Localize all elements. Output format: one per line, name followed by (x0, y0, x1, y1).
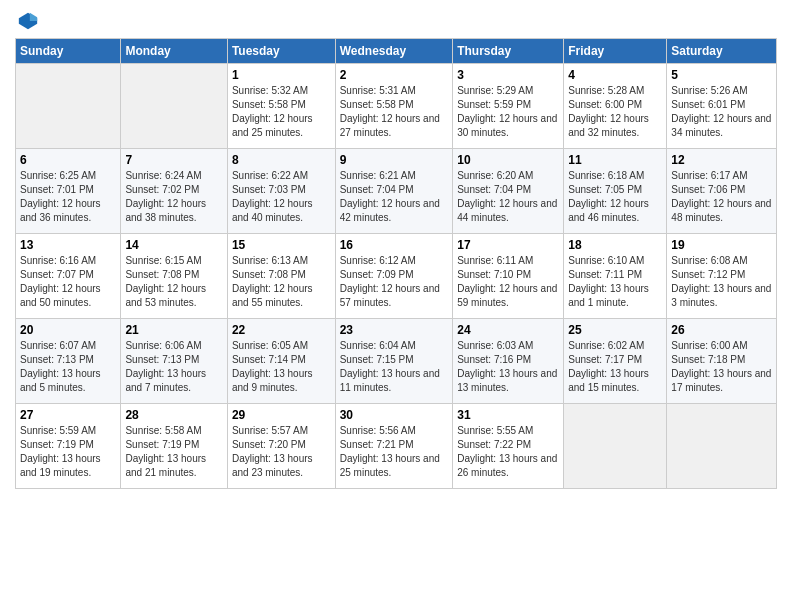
day-number: 25 (568, 323, 662, 337)
logo-icon (17, 10, 39, 32)
day-info: Sunrise: 6:07 AMSunset: 7:13 PMDaylight:… (20, 339, 116, 395)
day-info: Sunrise: 6:03 AMSunset: 7:16 PMDaylight:… (457, 339, 559, 395)
day-number: 2 (340, 68, 449, 82)
calendar-cell: 3Sunrise: 5:29 AMSunset: 5:59 PMDaylight… (453, 64, 564, 149)
day-info: Sunrise: 5:26 AMSunset: 6:01 PMDaylight:… (671, 84, 772, 140)
day-info: Sunrise: 6:16 AMSunset: 7:07 PMDaylight:… (20, 254, 116, 310)
day-number: 13 (20, 238, 116, 252)
calendar-cell: 28Sunrise: 5:58 AMSunset: 7:19 PMDayligh… (121, 404, 227, 489)
day-header-wednesday: Wednesday (335, 39, 453, 64)
calendar-cell: 30Sunrise: 5:56 AMSunset: 7:21 PMDayligh… (335, 404, 453, 489)
calendar-cell: 15Sunrise: 6:13 AMSunset: 7:08 PMDayligh… (227, 234, 335, 319)
day-info: Sunrise: 5:55 AMSunset: 7:22 PMDaylight:… (457, 424, 559, 480)
day-info: Sunrise: 6:05 AMSunset: 7:14 PMDaylight:… (232, 339, 331, 395)
day-header-friday: Friday (564, 39, 667, 64)
page-header (15, 10, 777, 32)
day-number: 5 (671, 68, 772, 82)
day-number: 26 (671, 323, 772, 337)
calendar-cell: 5Sunrise: 5:26 AMSunset: 6:01 PMDaylight… (667, 64, 777, 149)
calendar-cell (16, 64, 121, 149)
day-number: 28 (125, 408, 222, 422)
day-info: Sunrise: 5:32 AMSunset: 5:58 PMDaylight:… (232, 84, 331, 140)
day-info: Sunrise: 5:28 AMSunset: 6:00 PMDaylight:… (568, 84, 662, 140)
week-row-2: 6Sunrise: 6:25 AMSunset: 7:01 PMDaylight… (16, 149, 777, 234)
week-row-3: 13Sunrise: 6:16 AMSunset: 7:07 PMDayligh… (16, 234, 777, 319)
day-number: 6 (20, 153, 116, 167)
calendar-cell: 11Sunrise: 6:18 AMSunset: 7:05 PMDayligh… (564, 149, 667, 234)
day-number: 18 (568, 238, 662, 252)
day-info: Sunrise: 6:10 AMSunset: 7:11 PMDaylight:… (568, 254, 662, 310)
day-info: Sunrise: 5:57 AMSunset: 7:20 PMDaylight:… (232, 424, 331, 480)
day-number: 7 (125, 153, 222, 167)
calendar-table: SundayMondayTuesdayWednesdayThursdayFrid… (15, 38, 777, 489)
day-number: 1 (232, 68, 331, 82)
calendar-cell: 9Sunrise: 6:21 AMSunset: 7:04 PMDaylight… (335, 149, 453, 234)
calendar-cell: 6Sunrise: 6:25 AMSunset: 7:01 PMDaylight… (16, 149, 121, 234)
day-number: 29 (232, 408, 331, 422)
calendar-cell: 17Sunrise: 6:11 AMSunset: 7:10 PMDayligh… (453, 234, 564, 319)
day-info: Sunrise: 6:24 AMSunset: 7:02 PMDaylight:… (125, 169, 222, 225)
logo (15, 10, 39, 32)
calendar-cell (564, 404, 667, 489)
day-number: 14 (125, 238, 222, 252)
day-number: 24 (457, 323, 559, 337)
calendar-cell: 7Sunrise: 6:24 AMSunset: 7:02 PMDaylight… (121, 149, 227, 234)
calendar-cell: 22Sunrise: 6:05 AMSunset: 7:14 PMDayligh… (227, 319, 335, 404)
calendar-cell: 26Sunrise: 6:00 AMSunset: 7:18 PMDayligh… (667, 319, 777, 404)
calendar-cell: 12Sunrise: 6:17 AMSunset: 7:06 PMDayligh… (667, 149, 777, 234)
calendar-cell: 16Sunrise: 6:12 AMSunset: 7:09 PMDayligh… (335, 234, 453, 319)
day-info: Sunrise: 6:22 AMSunset: 7:03 PMDaylight:… (232, 169, 331, 225)
calendar-cell: 14Sunrise: 6:15 AMSunset: 7:08 PMDayligh… (121, 234, 227, 319)
day-info: Sunrise: 5:58 AMSunset: 7:19 PMDaylight:… (125, 424, 222, 480)
day-info: Sunrise: 6:00 AMSunset: 7:18 PMDaylight:… (671, 339, 772, 395)
svg-marker-1 (30, 13, 37, 21)
calendar-cell: 24Sunrise: 6:03 AMSunset: 7:16 PMDayligh… (453, 319, 564, 404)
day-info: Sunrise: 6:11 AMSunset: 7:10 PMDaylight:… (457, 254, 559, 310)
calendar-cell (667, 404, 777, 489)
day-info: Sunrise: 6:06 AMSunset: 7:13 PMDaylight:… (125, 339, 222, 395)
day-number: 21 (125, 323, 222, 337)
day-number: 9 (340, 153, 449, 167)
day-info: Sunrise: 5:59 AMSunset: 7:19 PMDaylight:… (20, 424, 116, 480)
day-info: Sunrise: 6:21 AMSunset: 7:04 PMDaylight:… (340, 169, 449, 225)
day-info: Sunrise: 6:12 AMSunset: 7:09 PMDaylight:… (340, 254, 449, 310)
day-info: Sunrise: 5:56 AMSunset: 7:21 PMDaylight:… (340, 424, 449, 480)
calendar-cell: 1Sunrise: 5:32 AMSunset: 5:58 PMDaylight… (227, 64, 335, 149)
week-row-1: 1Sunrise: 5:32 AMSunset: 5:58 PMDaylight… (16, 64, 777, 149)
day-info: Sunrise: 6:08 AMSunset: 7:12 PMDaylight:… (671, 254, 772, 310)
day-info: Sunrise: 6:18 AMSunset: 7:05 PMDaylight:… (568, 169, 662, 225)
day-number: 17 (457, 238, 559, 252)
day-number: 30 (340, 408, 449, 422)
day-info: Sunrise: 6:04 AMSunset: 7:15 PMDaylight:… (340, 339, 449, 395)
calendar-cell (121, 64, 227, 149)
calendar-cell: 31Sunrise: 5:55 AMSunset: 7:22 PMDayligh… (453, 404, 564, 489)
day-number: 4 (568, 68, 662, 82)
day-number: 19 (671, 238, 772, 252)
calendar-cell: 29Sunrise: 5:57 AMSunset: 7:20 PMDayligh… (227, 404, 335, 489)
day-number: 11 (568, 153, 662, 167)
day-number: 12 (671, 153, 772, 167)
day-number: 8 (232, 153, 331, 167)
day-number: 23 (340, 323, 449, 337)
day-number: 3 (457, 68, 559, 82)
day-info: Sunrise: 6:02 AMSunset: 7:17 PMDaylight:… (568, 339, 662, 395)
day-header-tuesday: Tuesday (227, 39, 335, 64)
day-info: Sunrise: 6:20 AMSunset: 7:04 PMDaylight:… (457, 169, 559, 225)
day-number: 27 (20, 408, 116, 422)
calendar-cell: 27Sunrise: 5:59 AMSunset: 7:19 PMDayligh… (16, 404, 121, 489)
day-header-saturday: Saturday (667, 39, 777, 64)
day-number: 10 (457, 153, 559, 167)
week-row-5: 27Sunrise: 5:59 AMSunset: 7:19 PMDayligh… (16, 404, 777, 489)
day-header-monday: Monday (121, 39, 227, 64)
day-number: 22 (232, 323, 331, 337)
calendar-cell: 18Sunrise: 6:10 AMSunset: 7:11 PMDayligh… (564, 234, 667, 319)
day-info: Sunrise: 6:25 AMSunset: 7:01 PMDaylight:… (20, 169, 116, 225)
day-number: 20 (20, 323, 116, 337)
calendar-cell: 13Sunrise: 6:16 AMSunset: 7:07 PMDayligh… (16, 234, 121, 319)
day-info: Sunrise: 6:17 AMSunset: 7:06 PMDaylight:… (671, 169, 772, 225)
calendar-cell: 2Sunrise: 5:31 AMSunset: 5:58 PMDaylight… (335, 64, 453, 149)
calendar-cell: 20Sunrise: 6:07 AMSunset: 7:13 PMDayligh… (16, 319, 121, 404)
day-number: 16 (340, 238, 449, 252)
day-number: 31 (457, 408, 559, 422)
calendar-header-row: SundayMondayTuesdayWednesdayThursdayFrid… (16, 39, 777, 64)
